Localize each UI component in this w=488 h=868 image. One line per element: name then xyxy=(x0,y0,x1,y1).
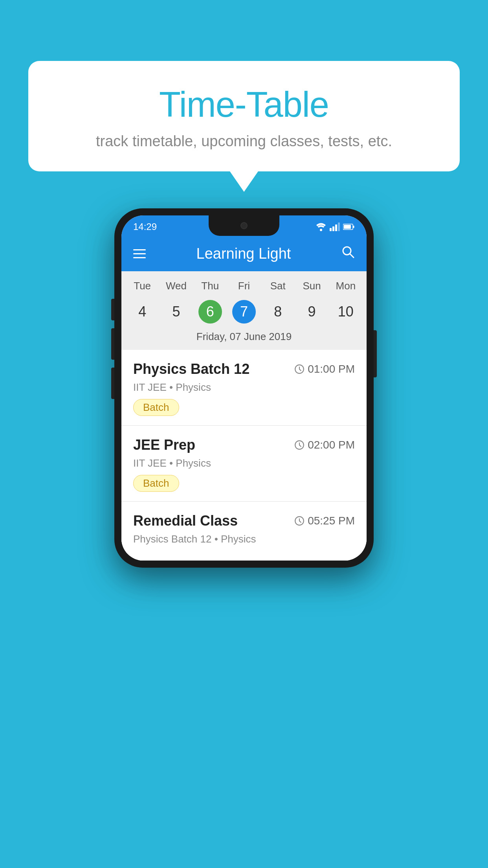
svg-rect-7 xyxy=(344,225,351,229)
phone-notch xyxy=(209,215,279,236)
schedule-item-time: 02:00 PM xyxy=(294,439,355,451)
schedule-item[interactable]: JEE Prep02:00 PMIIT JEE • PhysicsBatch xyxy=(121,426,367,502)
phone-side-btn-3 xyxy=(111,368,114,399)
calendar-date-cell[interactable]: 10 xyxy=(329,298,363,325)
schedule-item-subtitle: IIT JEE • Physics xyxy=(133,457,355,469)
schedule-item[interactable]: Remedial Class05:25 PMPhysics Batch 12 •… xyxy=(121,502,367,561)
schedule-item-header: Remedial Class05:25 PM xyxy=(133,513,355,529)
date-number: 10 xyxy=(334,300,358,324)
calendar-days-header: TueWedThuFriSatSunMon xyxy=(121,271,367,295)
calendar-dates: 45678910 xyxy=(121,295,367,331)
calendar-date-cell[interactable]: 6 xyxy=(193,298,227,325)
calendar-day-name: Sun xyxy=(295,280,328,292)
calendar-day-name: Thu xyxy=(193,280,227,292)
clock-icon xyxy=(294,516,305,526)
schedule-item-title: Remedial Class xyxy=(133,513,238,529)
front-camera xyxy=(240,222,248,229)
schedule-item-subtitle: IIT JEE • Physics xyxy=(133,381,355,394)
svg-rect-1 xyxy=(330,228,332,231)
calendar-day-name: Sat xyxy=(261,280,295,292)
battery-icon xyxy=(343,223,355,230)
calendar-day-name: Mon xyxy=(329,280,363,292)
signal-icon xyxy=(330,223,340,231)
calendar-date-cell[interactable]: 9 xyxy=(295,298,328,325)
speech-bubble-container: Time-Table track timetable, upcoming cla… xyxy=(28,61,460,171)
svg-rect-6 xyxy=(353,226,354,228)
app-toolbar: Learning Light xyxy=(121,236,367,271)
menu-icon[interactable] xyxy=(133,249,146,258)
schedule-item-title: JEE Prep xyxy=(133,437,195,453)
calendar-date-cell[interactable]: 4 xyxy=(125,298,159,325)
calendar-date-cell[interactable]: 7 xyxy=(227,298,261,325)
app-title: Learning Light xyxy=(196,245,291,262)
clock-icon xyxy=(294,440,305,450)
phone-screen: 14:29 xyxy=(121,215,367,561)
calendar-date-cell[interactable]: 5 xyxy=(159,298,193,325)
svg-rect-4 xyxy=(338,223,340,231)
schedule-item-time: 01:00 PM xyxy=(294,363,355,375)
date-number: 4 xyxy=(130,300,154,324)
hero-title: Time-Table xyxy=(44,85,444,125)
schedule-item-time: 05:25 PM xyxy=(294,515,355,527)
schedule-item-header: JEE Prep02:00 PM xyxy=(133,437,355,453)
phone-side-btn-2 xyxy=(111,328,114,360)
calendar-day-name: Tue xyxy=(125,280,159,292)
calendar-date-cell[interactable]: 8 xyxy=(261,298,295,325)
schedule-item-subtitle: Physics Batch 12 • Physics xyxy=(133,533,355,545)
status-icons xyxy=(316,223,355,231)
schedule-item-title: Physics Batch 12 xyxy=(133,361,250,377)
hamburger-line-3 xyxy=(133,257,146,258)
schedule-list: Physics Batch 1201:00 PMIIT JEE • Physic… xyxy=(121,350,367,561)
speech-bubble: Time-Table track timetable, upcoming cla… xyxy=(28,61,460,171)
svg-rect-2 xyxy=(332,226,334,231)
hamburger-line-1 xyxy=(133,249,146,250)
date-number: 6 xyxy=(198,300,222,324)
date-number: 8 xyxy=(266,300,290,324)
date-number: 9 xyxy=(300,300,324,324)
phone-power-btn xyxy=(374,330,377,377)
batch-badge: Batch xyxy=(133,399,179,416)
selected-date-label: Friday, 07 June 2019 xyxy=(121,331,367,350)
svg-rect-3 xyxy=(335,224,337,231)
wifi-icon xyxy=(316,223,327,231)
phone-side-btn-1 xyxy=(111,299,114,320)
calendar-day-name: Wed xyxy=(159,280,193,292)
search-icon[interactable] xyxy=(341,245,355,262)
hamburger-line-2 xyxy=(133,253,146,254)
schedule-item-header: Physics Batch 1201:00 PM xyxy=(133,361,355,377)
calendar-day-name: Fri xyxy=(227,280,261,292)
svg-point-0 xyxy=(320,229,322,231)
calendar: TueWedThuFriSatSunMon 45678910 Friday, 0… xyxy=(121,271,367,350)
date-number: 5 xyxy=(164,300,188,324)
date-number: 7 xyxy=(232,300,256,324)
batch-badge: Batch xyxy=(133,475,179,492)
clock-icon xyxy=(294,364,305,374)
status-time: 14:29 xyxy=(133,221,157,232)
hero-subtitle: track timetable, upcoming classes, tests… xyxy=(44,133,444,150)
svg-line-9 xyxy=(350,254,354,258)
phone-outer: 14:29 xyxy=(114,208,374,568)
schedule-item[interactable]: Physics Batch 1201:00 PMIIT JEE • Physic… xyxy=(121,350,367,426)
phone-mockup: 14:29 xyxy=(114,208,374,568)
